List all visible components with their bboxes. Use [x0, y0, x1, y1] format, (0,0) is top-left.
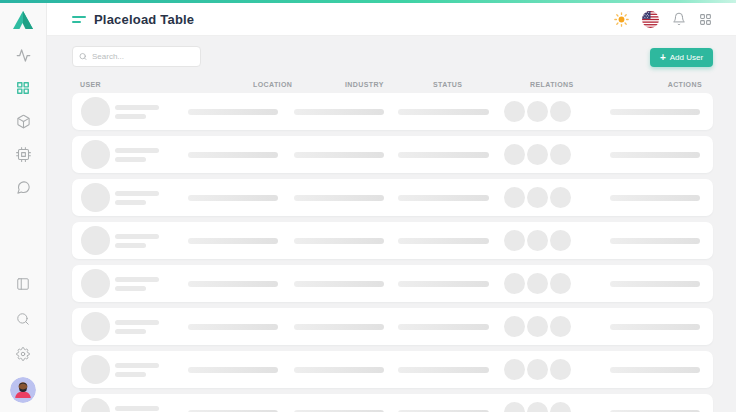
table-row-skeleton — [72, 93, 713, 130]
skeleton-actions-bar — [610, 109, 700, 115]
skeleton-location-bar — [188, 195, 278, 201]
skeleton-avatar — [81, 140, 110, 169]
gear-icon — [16, 347, 30, 361]
column-header-actions: ACTIONS — [668, 81, 702, 88]
column-header-user: USER — [80, 81, 101, 88]
skeleton-relations-group — [504, 402, 571, 412]
us-flag-icon — [642, 11, 659, 28]
skeleton-user-subtitle-line — [115, 372, 146, 377]
skeleton-avatar — [81, 269, 110, 298]
table-body — [72, 93, 713, 412]
apps-menu-button[interactable] — [699, 13, 712, 26]
skeleton-relation-circle — [527, 101, 548, 122]
skeleton-status-bar — [398, 195, 489, 201]
skeleton-user-subtitle-line — [115, 243, 146, 248]
skeleton-avatar — [81, 355, 110, 384]
menu-toggle-icon — [72, 16, 86, 18]
skeleton-relations-group — [504, 359, 571, 380]
language-selector[interactable] — [642, 11, 659, 28]
skeleton-relation-circle — [504, 230, 525, 251]
skeleton-user-subtitle-line — [115, 157, 146, 162]
column-header-location: LOCATION — [253, 81, 292, 88]
main-content: + Add User USER LOCATION INDUSTRY STATUS… — [47, 36, 736, 412]
skeleton-status-bar — [398, 109, 489, 115]
header: Placeload Table — [47, 3, 736, 36]
search-input[interactable] — [92, 52, 194, 61]
cpu-icon — [16, 147, 31, 162]
skeleton-industry-bar — [294, 324, 384, 330]
skeleton-relation-circle — [527, 187, 548, 208]
skeleton-relation-circle — [550, 316, 571, 337]
skeleton-location-bar — [188, 367, 278, 373]
sidebar-item-system[interactable] — [14, 146, 32, 162]
skeleton-relation-circle — [527, 273, 548, 294]
skeleton-industry-bar — [294, 195, 384, 201]
skeleton-status-bar — [398, 281, 489, 287]
skeleton-relation-circle — [527, 316, 548, 337]
skeleton-relation-circle — [504, 187, 525, 208]
skeleton-status-bar — [398, 152, 489, 158]
skeleton-relation-circle — [550, 187, 571, 208]
table-row-skeleton — [72, 308, 713, 345]
triangle-logo-icon — [12, 10, 34, 30]
column-header-industry: INDUSTRY — [345, 81, 384, 88]
table-row-skeleton — [72, 136, 713, 173]
skeleton-relation-circle — [504, 273, 525, 294]
skeleton-industry-bar — [294, 238, 384, 244]
top-accent-bar — [0, 0, 736, 3]
skeleton-actions-bar — [610, 367, 700, 373]
skeleton-user-subtitle-line — [115, 114, 146, 119]
skeleton-status-bar — [398, 238, 489, 244]
skeleton-industry-bar — [294, 367, 384, 373]
skeleton-user-name-line — [115, 277, 159, 282]
skeleton-avatar — [81, 183, 110, 212]
skeleton-user-subtitle-line — [115, 286, 146, 291]
skeleton-location-bar — [188, 281, 278, 287]
search-icon — [16, 312, 30, 326]
skeleton-user-subtitle-line — [115, 329, 146, 334]
skeleton-actions-bar — [610, 195, 700, 201]
notifications-button[interactable] — [672, 12, 686, 26]
skeleton-industry-bar — [294, 109, 384, 115]
skeleton-relation-circle — [504, 316, 525, 337]
sidebar-item-components[interactable] — [14, 113, 32, 129]
skeleton-relation-circle — [550, 359, 571, 380]
skeleton-relation-circle — [550, 273, 571, 294]
skeleton-user-subtitle-line — [115, 200, 146, 205]
table-row-skeleton — [72, 222, 713, 259]
skeleton-relation-circle — [550, 144, 571, 165]
table-row-skeleton — [72, 265, 713, 302]
sidebar-item-settings[interactable] — [14, 346, 32, 362]
sidebar-item-panels[interactable] — [14, 276, 32, 292]
skeleton-relations-group — [504, 273, 571, 294]
skeleton-relation-circle — [504, 402, 525, 412]
skeleton-user-name-line — [115, 234, 159, 239]
skeleton-avatar — [81, 312, 110, 341]
sidebar-item-dashboard[interactable] — [14, 80, 32, 96]
sidebar-item-activity[interactable] — [14, 47, 32, 63]
skeleton-relations-group — [504, 316, 571, 337]
sidebar-item-messages[interactable] — [14, 179, 32, 195]
skeleton-user-name-line — [115, 148, 159, 153]
skeleton-avatar — [81, 97, 110, 126]
skeleton-relation-circle — [504, 144, 525, 165]
table-row-skeleton — [72, 394, 713, 412]
table-row-skeleton — [72, 351, 713, 388]
app-logo[interactable] — [11, 9, 35, 31]
menu-toggle-button[interactable] — [72, 13, 87, 25]
add-user-button[interactable]: + Add User — [650, 48, 713, 67]
skeleton-relation-circle — [527, 359, 548, 380]
skeleton-industry-bar — [294, 152, 384, 158]
header-actions — [614, 11, 712, 28]
user-avatar[interactable] — [10, 377, 36, 403]
skeleton-actions-bar — [610, 152, 700, 158]
user-avatar-image — [10, 377, 36, 403]
sun-icon — [614, 12, 629, 27]
skeleton-location-bar — [188, 238, 278, 244]
skeleton-relation-circle — [550, 101, 571, 122]
sidebar-item-search[interactable] — [14, 311, 32, 327]
skeleton-avatar — [81, 226, 110, 255]
plus-icon: + — [660, 53, 666, 63]
skeleton-location-bar — [188, 109, 278, 115]
theme-toggle-button[interactable] — [614, 12, 629, 27]
